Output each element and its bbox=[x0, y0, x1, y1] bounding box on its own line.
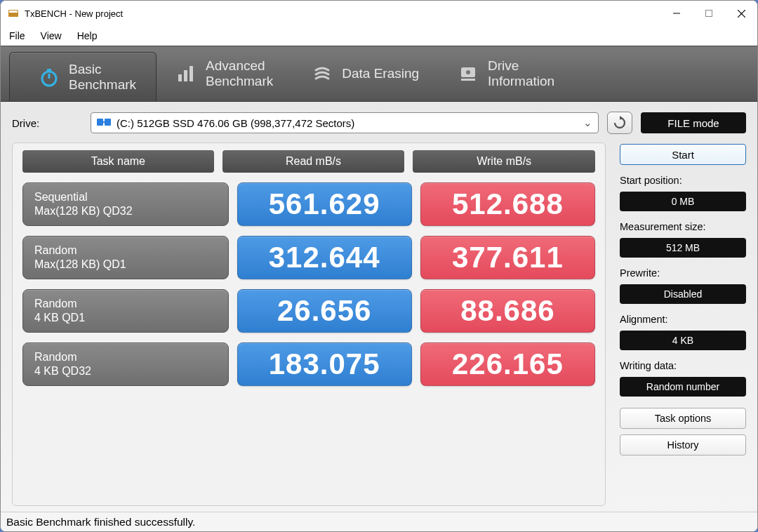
maximize-button[interactable] bbox=[693, 1, 725, 26]
drive-row: Drive: (C:) 512GB SSD 476.06 GB (998,377… bbox=[1, 102, 757, 142]
drive-label: Drive: bbox=[12, 117, 82, 129]
window-title: TxBENCH - New project bbox=[25, 8, 660, 19]
svg-rect-3 bbox=[706, 11, 712, 17]
svg-rect-8 bbox=[47, 69, 51, 71]
tab-data-erasing[interactable]: Data Erasing bbox=[293, 46, 439, 101]
task-cell[interactable]: Random4 KB QD1 bbox=[22, 289, 229, 333]
side-panel: Start Start position: 0 MB Measurement s… bbox=[620, 142, 746, 506]
svg-rect-9 bbox=[178, 74, 182, 81]
read-value: 312.644 bbox=[237, 236, 412, 279]
prewrite-value[interactable]: Disabled bbox=[620, 284, 746, 304]
app-icon bbox=[8, 8, 19, 19]
svg-rect-14 bbox=[461, 79, 475, 81]
svg-rect-16 bbox=[105, 119, 111, 126]
svg-rect-1 bbox=[9, 11, 18, 13]
start-position-label: Start position: bbox=[620, 175, 746, 186]
tab-drive-information[interactable]: DriveInformation bbox=[439, 46, 574, 101]
tab-label: BasicBenchmark bbox=[69, 62, 136, 93]
svg-rect-10 bbox=[184, 70, 187, 81]
titlebar: TxBENCH - New project bbox=[1, 1, 757, 26]
read-value: 26.656 bbox=[237, 289, 412, 333]
refresh-button[interactable] bbox=[607, 112, 632, 134]
barchart-icon bbox=[176, 64, 196, 84]
task-options-button[interactable]: Task options bbox=[620, 408, 746, 429]
task-cell[interactable]: Random4 KB QD32 bbox=[22, 343, 229, 386]
close-button[interactable] bbox=[725, 1, 757, 26]
svg-rect-15 bbox=[97, 119, 103, 126]
read-value: 561.629 bbox=[237, 182, 412, 226]
task-cell[interactable]: RandomMax(128 KB) QD1 bbox=[22, 236, 229, 279]
status-bar: Basic Benchmark finished successfully. bbox=[1, 512, 757, 531]
minimize-button[interactable] bbox=[660, 1, 693, 26]
start-button[interactable]: Start bbox=[620, 144, 746, 165]
status-text: Basic Benchmark finished successfully. bbox=[6, 516, 195, 528]
alignment-label: Alignment: bbox=[620, 314, 746, 325]
menu-view[interactable]: View bbox=[41, 30, 62, 41]
write-value: 512.688 bbox=[420, 182, 595, 226]
alignment-value[interactable]: 4 KB bbox=[620, 331, 746, 350]
writing-data-value[interactable]: Random number bbox=[620, 377, 746, 397]
table-row: Random4 KB QD1 26.656 88.686 bbox=[22, 289, 595, 333]
main-row: Task name Read mB/s Write mB/s Sequentia… bbox=[1, 142, 757, 512]
tabbar: BasicBenchmark AdvancedBenchmark Data Er… bbox=[1, 46, 757, 102]
tab-label: DriveInformation bbox=[488, 58, 554, 89]
drive-select[interactable]: (C:) 512GB SSD 476.06 GB (998,377,472 Se… bbox=[91, 112, 599, 133]
header-task-name: Task name bbox=[22, 150, 214, 173]
tab-basic-benchmark[interactable]: BasicBenchmark bbox=[9, 52, 157, 101]
svg-rect-11 bbox=[190, 66, 193, 81]
menubar: File View Help bbox=[1, 26, 757, 46]
app-window: TxBENCH - New project File View Help Bas… bbox=[0, 0, 758, 532]
tab-label: AdvancedBenchmark bbox=[206, 58, 273, 89]
write-value: 88.686 bbox=[420, 289, 595, 333]
task-cell[interactable]: SequentialMax(128 KB) QD32 bbox=[22, 182, 229, 226]
start-position-value[interactable]: 0 MB bbox=[620, 192, 746, 211]
prewrite-label: Prewrite: bbox=[620, 267, 746, 279]
table-row: Random4 KB QD32 183.075 226.165 bbox=[22, 343, 595, 386]
file-mode-button[interactable]: FILE mode bbox=[641, 112, 746, 133]
write-value: 377.611 bbox=[420, 236, 595, 279]
measurement-size-label: Measurement size: bbox=[620, 221, 746, 232]
tab-label: Data Erasing bbox=[342, 66, 419, 81]
writing-data-label: Writing data: bbox=[620, 360, 746, 371]
table-row: SequentialMax(128 KB) QD32 561.629 512.6… bbox=[22, 182, 595, 226]
erase-icon bbox=[312, 64, 332, 84]
write-value: 226.165 bbox=[420, 343, 595, 386]
table-row: RandomMax(128 KB) QD1 312.644 377.611 bbox=[22, 236, 595, 279]
svg-point-13 bbox=[466, 70, 470, 74]
history-button[interactable]: History bbox=[620, 434, 746, 455]
tab-advanced-benchmark[interactable]: AdvancedBenchmark bbox=[157, 46, 293, 101]
measurement-size-value[interactable]: 512 MB bbox=[620, 238, 746, 258]
menu-help[interactable]: Help bbox=[77, 30, 98, 41]
menu-file[interactable]: File bbox=[9, 30, 25, 41]
header-read: Read mB/s bbox=[222, 150, 405, 173]
table-header-row: Task name Read mB/s Write mB/s bbox=[22, 150, 595, 173]
content-area: Drive: (C:) 512GB SSD 476.06 GB (998,377… bbox=[1, 102, 757, 531]
chevron-down-icon: ⌄ bbox=[583, 117, 592, 129]
header-write: Write mB/s bbox=[413, 150, 595, 173]
drive-value: (C:) 512GB SSD 476.06 GB (998,377,472 Se… bbox=[117, 117, 354, 129]
window-controls bbox=[660, 1, 757, 26]
results-table: Task name Read mB/s Write mB/s Sequentia… bbox=[12, 142, 606, 506]
drive-icon bbox=[458, 64, 478, 84]
read-value: 183.075 bbox=[237, 343, 412, 386]
disk-icon bbox=[97, 117, 111, 129]
stopwatch-icon bbox=[39, 67, 59, 87]
